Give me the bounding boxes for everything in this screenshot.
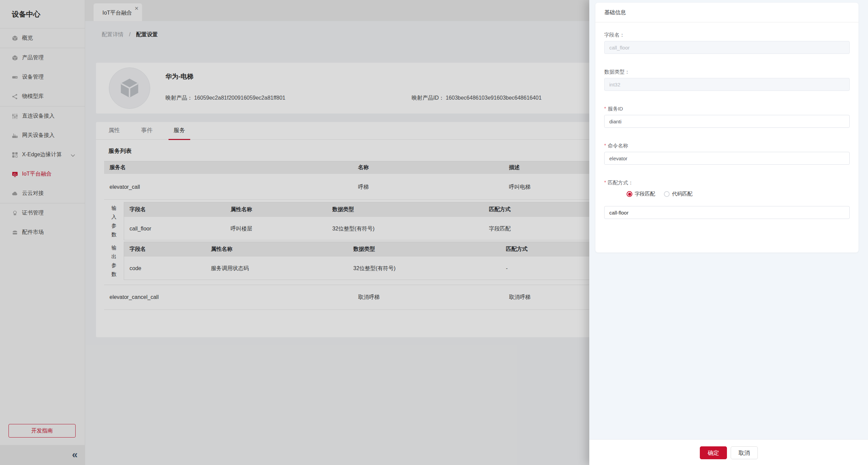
data-type-group: 数据类型： [604, 69, 850, 91]
confirm-button[interactable]: 确定 [700, 446, 727, 459]
command-name-label: 命令名称 [604, 143, 850, 149]
screen: 设备中心 概览 产品管理 设备管理 物模型库 直连设备接入 网关设备接入 [0, 0, 868, 465]
field-name-group: 字段名： [604, 32, 850, 54]
field-match-radio[interactable]: 字段匹配 [627, 191, 655, 197]
command-name-input[interactable] [604, 152, 850, 165]
data-type-input [604, 78, 850, 91]
drawer-form: 字段名： 数据类型： 服务ID 命令名称 匹配方式： [595, 22, 859, 219]
radio-selected-icon [627, 191, 632, 197]
data-type-label: 数据类型： [604, 69, 850, 75]
match-mode-group: 匹配方式： 字段匹配 代码匹配 [604, 180, 850, 219]
service-id-group: 服务ID [604, 106, 850, 128]
radio-unselected-icon [664, 191, 670, 197]
match-mode-radio-group: 字段匹配 代码匹配 [627, 191, 850, 197]
command-name-group: 命令名称 [604, 143, 850, 165]
basic-info-drawer: 基础信息 字段名： 数据类型： 服务ID 命令名称 [589, 0, 868, 465]
basic-info-card: 基础信息 字段名： 数据类型： 服务ID 命令名称 [595, 3, 859, 252]
drawer-title: 基础信息 [595, 3, 859, 22]
match-mode-label: 匹配方式： [604, 180, 850, 186]
code-match-radio[interactable]: 代码匹配 [664, 191, 692, 197]
match-field-input[interactable] [604, 206, 850, 219]
drawer-footer: 确定 取消 [589, 439, 868, 465]
cancel-button[interactable]: 取消 [731, 446, 758, 459]
service-id-input[interactable] [604, 115, 850, 128]
field-name-input [604, 41, 850, 54]
field-name-label: 字段名： [604, 32, 850, 38]
service-id-label: 服务ID [604, 106, 850, 112]
